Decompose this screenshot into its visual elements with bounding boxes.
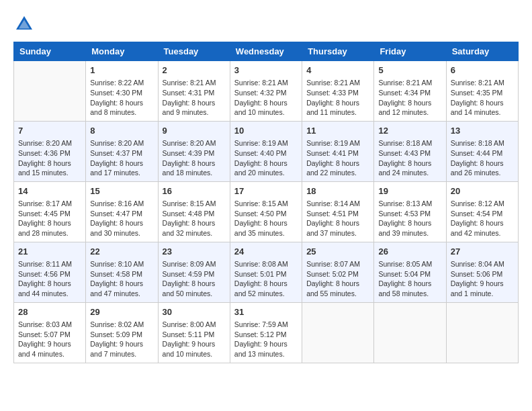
daylight-info: Daylight: 8 hours and 8 minutes. (90, 98, 153, 118)
sunset-info: Sunset: 4:50 PM (234, 209, 298, 219)
daylight-info: Daylight: 9 hours and 1 minute. (451, 279, 514, 298)
day-number: 31 (234, 306, 298, 318)
daylight-info: Daylight: 8 hours and 10 minutes. (234, 98, 298, 118)
calendar-cell: 15Sunrise: 8:16 AMSunset: 4:47 PMDayligh… (86, 181, 158, 242)
day-info: Sunrise: 8:18 AM (451, 138, 514, 148)
day-info: Sunrise: 8:21 AM (451, 78, 514, 88)
calendar-week-row: 7Sunrise: 8:20 AMSunset: 4:36 PMDaylight… (14, 121, 519, 181)
daylight-info: Daylight: 8 hours and 15 minutes. (18, 158, 81, 178)
day-number: 25 (306, 246, 369, 258)
day-info: Sunrise: 8:15 AM (163, 199, 226, 209)
sunset-info: Sunset: 4:35 PM (451, 88, 514, 98)
calendar-cell: 22Sunrise: 8:10 AMSunset: 4:58 PMDayligh… (86, 242, 158, 302)
day-info: Sunrise: 8:21 AM (378, 78, 441, 88)
sunset-info: Sunset: 4:32 PM (234, 88, 298, 98)
calendar-cell: 3Sunrise: 8:21 AMSunset: 4:32 PMDaylight… (230, 61, 302, 122)
daylight-info: Daylight: 8 hours and 17 minutes. (90, 158, 153, 178)
day-info: Sunrise: 8:10 AM (90, 259, 153, 269)
calendar-cell: 9Sunrise: 8:20 AMSunset: 4:39 PMDaylight… (158, 121, 230, 181)
page-header (13, 13, 519, 35)
daylight-info: Daylight: 8 hours and 55 minutes. (306, 279, 369, 298)
day-number: 20 (451, 185, 514, 197)
day-info: Sunrise: 8:13 AM (378, 199, 441, 209)
day-number: 5 (378, 64, 441, 77)
calendar-week-row: 21Sunrise: 8:11 AMSunset: 4:56 PMDayligh… (14, 242, 519, 302)
daylight-info: Daylight: 8 hours and 28 minutes. (18, 218, 81, 238)
day-info: Sunrise: 8:21 AM (163, 78, 226, 88)
calendar-cell: 25Sunrise: 8:07 AMSunset: 5:02 PMDayligh… (302, 242, 374, 302)
sunset-info: Sunset: 4:36 PM (18, 148, 81, 158)
calendar-cell: 4Sunrise: 8:21 AMSunset: 4:33 PMDaylight… (302, 61, 374, 122)
sunset-info: Sunset: 4:44 PM (451, 148, 514, 158)
calendar-cell: 1Sunrise: 8:22 AMSunset: 4:30 PMDaylight… (86, 61, 158, 122)
day-number: 17 (234, 185, 298, 197)
sunset-info: Sunset: 4:53 PM (378, 209, 441, 219)
daylight-info: Daylight: 9 hours and 7 minutes. (90, 339, 153, 359)
day-info: Sunrise: 8:11 AM (18, 259, 81, 269)
day-number: 26 (378, 246, 441, 258)
calendar-cell: 6Sunrise: 8:21 AMSunset: 4:35 PMDaylight… (446, 61, 518, 122)
calendar-week-row: 1Sunrise: 8:22 AMSunset: 4:30 PMDaylight… (14, 61, 519, 122)
day-info: Sunrise: 8:21 AM (234, 78, 298, 88)
day-number: 3 (234, 64, 298, 77)
day-number: 4 (306, 64, 369, 77)
day-number: 29 (90, 306, 153, 318)
calendar-cell (302, 302, 374, 363)
weekday-header-monday: Monday (86, 42, 158, 61)
weekday-header-wednesday: Wednesday (230, 42, 302, 61)
sunset-info: Sunset: 4:41 PM (306, 148, 369, 158)
day-number: 2 (163, 64, 226, 77)
sunset-info: Sunset: 4:39 PM (163, 148, 226, 158)
sunset-info: Sunset: 5:12 PM (234, 330, 298, 340)
daylight-info: Daylight: 8 hours and 18 minutes. (163, 158, 226, 178)
calendar-table: SundayMondayTuesdayWednesdayThursdayFrid… (13, 42, 519, 363)
daylight-info: Daylight: 8 hours and 44 minutes. (18, 279, 81, 298)
sunset-info: Sunset: 4:54 PM (451, 209, 514, 219)
day-number: 21 (18, 246, 81, 258)
calendar-week-row: 14Sunrise: 8:17 AMSunset: 4:45 PMDayligh… (14, 181, 519, 242)
day-info: Sunrise: 8:20 AM (90, 138, 153, 148)
daylight-info: Daylight: 8 hours and 50 minutes. (163, 279, 226, 298)
sunset-info: Sunset: 4:48 PM (163, 209, 226, 219)
day-info: Sunrise: 8:02 AM (90, 320, 153, 330)
sunset-info: Sunset: 5:01 PM (234, 269, 298, 279)
weekday-header-sunday: Sunday (14, 42, 86, 61)
calendar-week-row: 28Sunrise: 8:03 AMSunset: 5:07 PMDayligh… (14, 302, 519, 363)
sunset-info: Sunset: 4:37 PM (90, 148, 153, 158)
daylight-info: Daylight: 9 hours and 4 minutes. (18, 339, 81, 359)
daylight-info: Daylight: 8 hours and 14 minutes. (451, 98, 514, 118)
sunset-info: Sunset: 4:30 PM (90, 88, 153, 98)
day-number: 15 (90, 185, 153, 197)
day-number: 23 (163, 246, 226, 258)
day-info: Sunrise: 8:19 AM (306, 138, 369, 148)
weekday-header-thursday: Thursday (302, 42, 374, 61)
day-number: 11 (306, 125, 369, 137)
calendar-cell: 11Sunrise: 8:19 AMSunset: 4:41 PMDayligh… (302, 121, 374, 181)
day-info: Sunrise: 8:15 AM (234, 199, 298, 209)
calendar-cell: 30Sunrise: 8:00 AMSunset: 5:11 PMDayligh… (158, 302, 230, 363)
day-info: Sunrise: 8:22 AM (90, 78, 153, 88)
calendar-cell: 21Sunrise: 8:11 AMSunset: 4:56 PMDayligh… (14, 242, 86, 302)
calendar-cell: 31Sunrise: 7:59 AMSunset: 5:12 PMDayligh… (230, 302, 302, 363)
calendar-cell: 12Sunrise: 8:18 AMSunset: 4:43 PMDayligh… (374, 121, 446, 181)
calendar-cell: 20Sunrise: 8:12 AMSunset: 4:54 PMDayligh… (446, 181, 518, 242)
day-number: 1 (90, 64, 153, 77)
daylight-info: Daylight: 8 hours and 9 minutes. (163, 98, 226, 118)
day-number: 16 (163, 185, 226, 197)
daylight-info: Daylight: 8 hours and 12 minutes. (378, 98, 441, 118)
daylight-info: Daylight: 8 hours and 26 minutes. (451, 158, 514, 178)
daylight-info: Daylight: 8 hours and 35 minutes. (234, 218, 298, 238)
calendar-cell (446, 302, 518, 363)
daylight-info: Daylight: 8 hours and 52 minutes. (234, 279, 298, 298)
calendar-cell (14, 61, 86, 122)
sunset-info: Sunset: 4:40 PM (234, 148, 298, 158)
day-info: Sunrise: 8:04 AM (451, 259, 514, 269)
calendar-cell: 26Sunrise: 8:05 AMSunset: 5:04 PMDayligh… (374, 242, 446, 302)
calendar-cell (374, 302, 446, 363)
calendar-cell: 27Sunrise: 8:04 AMSunset: 5:06 PMDayligh… (446, 242, 518, 302)
daylight-info: Daylight: 9 hours and 10 minutes. (163, 339, 226, 359)
day-number: 12 (378, 125, 441, 137)
sunset-info: Sunset: 4:58 PM (90, 269, 153, 279)
sunset-info: Sunset: 5:11 PM (163, 330, 226, 340)
daylight-info: Daylight: 8 hours and 58 minutes. (378, 279, 441, 298)
